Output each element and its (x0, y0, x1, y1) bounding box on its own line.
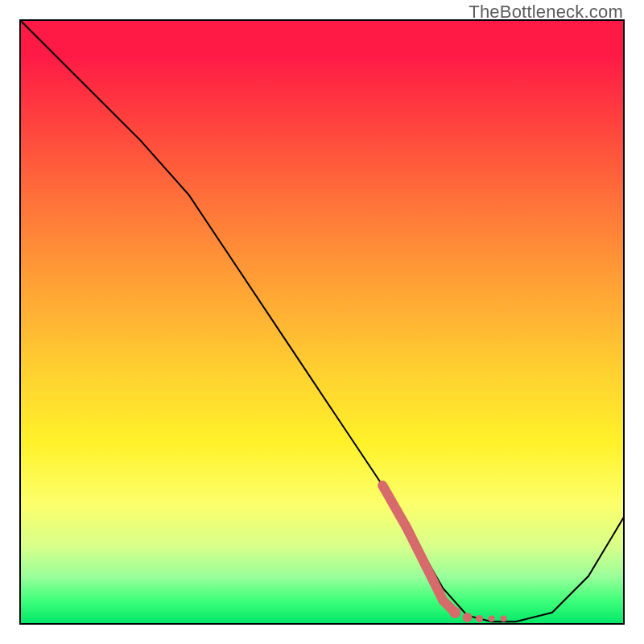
sweet-spot-dots (449, 607, 506, 622)
sweet-spot-dot (463, 613, 473, 622)
sweet-spot-dot (476, 615, 483, 622)
sweet-spot-highlight (382, 485, 455, 613)
chart-svg (19, 19, 625, 625)
bottleneck-curve-path (19, 19, 625, 621)
sweet-spot-dot (501, 616, 507, 622)
sweet-spot-dot (489, 616, 495, 622)
chart-area (19, 19, 625, 625)
sweet-spot-dot (449, 607, 460, 618)
